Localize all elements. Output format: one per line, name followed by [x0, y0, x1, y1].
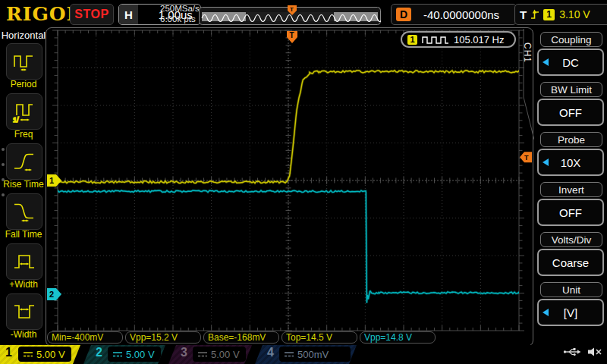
- horizontal-badge: H: [119, 5, 138, 24]
- channel-3-status[interactable]: 35.00 V: [168, 345, 252, 364]
- right-menu-item-volts-div[interactable]: Coarse: [537, 249, 604, 276]
- delay-value: -40.0000000ns: [411, 8, 511, 21]
- svg-text:2: 2: [49, 290, 54, 299]
- page-indicator-dot: [2, 178, 5, 181]
- chevron-left-icon: [543, 309, 549, 316]
- acquisition-info: 250MSa/s 6.00k pts: [160, 3, 200, 24]
- channel-scale-box: 5.00 V: [193, 347, 246, 362]
- frequency-counter: 1 105.017 Hz: [401, 31, 516, 48]
- left-menu-title: Horizontal: [0, 30, 47, 41]
- channel-1-reference-marker[interactable]: 1: [47, 174, 61, 187]
- measurement-readout: Min=-400mV: [47, 331, 123, 344]
- right-menu-item-probe[interactable]: 10X: [537, 149, 604, 176]
- run-state-indicator[interactable]: STOP: [70, 4, 114, 25]
- minus-width-icon: [12, 300, 36, 324]
- dc-coupling-icon: [284, 350, 294, 358]
- right-menu-item-label: Unit: [540, 282, 602, 297]
- channel-2-reference-marker[interactable]: 2: [47, 288, 61, 300]
- chevron-left-icon: [543, 58, 549, 66]
- trace-ch1: [58, 71, 519, 183]
- right-menu-item-invert[interactable]: OFF: [537, 199, 604, 226]
- measurement-readout: Vpp=14.8 V: [360, 331, 436, 344]
- right-menu-item-label: Invert: [540, 182, 602, 197]
- trigger-label: T: [520, 8, 527, 21]
- plus-width-icon: [12, 249, 36, 274]
- dc-coupling-icon: [23, 350, 33, 358]
- delay-badge: D: [396, 8, 411, 21]
- right-menu-item-label: Probe: [540, 132, 602, 147]
- measurement-readout: Top=14.5 V: [281, 331, 357, 344]
- left-menu-button-fall-time[interactable]: [6, 193, 42, 230]
- rise-time-icon: [12, 149, 36, 174]
- channel-scale-box: 500mV: [279, 347, 351, 362]
- right-menu-item-label: Coupling: [540, 32, 602, 47]
- menu-tab-outline: [521, 27, 536, 179]
- page-indicator-dot: [2, 148, 5, 151]
- left-menu-button-label: Fall Time: [0, 229, 47, 240]
- right-menu-item-coupling[interactable]: DC: [537, 49, 604, 76]
- trigger-status-group[interactable]: T 1 3.10 V: [514, 4, 607, 25]
- usb-icon: [563, 347, 581, 357]
- memory-depth: 6.00k pts: [160, 14, 200, 24]
- channel-number: 4: [267, 346, 274, 359]
- channel-number: 2: [96, 346, 102, 359]
- freq-counter-value: 105.017 Hz: [454, 34, 505, 46]
- right-menu-item-label: BW Limit: [540, 82, 602, 97]
- period-icon: [12, 49, 36, 74]
- channel-number: 3: [181, 346, 187, 359]
- system-status-icons: [563, 347, 602, 357]
- measurement-readout: Base=-168mV: [203, 331, 279, 344]
- channel-scale-box: 5.00 V: [108, 347, 161, 362]
- svg-text:T: T: [290, 6, 294, 13]
- left-menu-button--width[interactable]: [6, 293, 42, 330]
- channel-4-status[interactable]: 4500mV: [255, 345, 357, 364]
- left-menu-button-rise-time[interactable]: [6, 143, 42, 180]
- left-menu-button-label: +Width: [0, 279, 47, 290]
- left-menu-button-label: Freq: [0, 129, 47, 140]
- channel-scale-value: 5.00 V: [211, 349, 240, 360]
- channel-scale-box: 5.00 V: [18, 347, 71, 362]
- freq-counter-channel-badge: 1: [407, 35, 417, 45]
- waveform-display: 12TT: [46, 27, 533, 334]
- fall-time-icon: [12, 199, 36, 224]
- svg-text:1: 1: [49, 176, 54, 185]
- dc-coupling-icon: [197, 350, 208, 358]
- square-wave-icon: [421, 33, 450, 46]
- page-indicator-dot: [2, 193, 5, 196]
- left-menu-button-label: -Width: [0, 329, 47, 340]
- freq-icon: 1/: [12, 99, 36, 124]
- channel-1-status[interactable]: 15.00 V: [0, 345, 80, 364]
- channel-scale-value: 5.00 V: [126, 349, 155, 360]
- sample-rate: 250MSa/s: [160, 3, 200, 14]
- channel-scale-value: 500mV: [297, 349, 329, 360]
- left-menu-button-freq[interactable]: 1/: [6, 93, 42, 130]
- speaker-muted-icon: [587, 347, 602, 357]
- trigger-delay-group[interactable]: D -40.0000000ns: [391, 4, 517, 25]
- channel-2-status[interactable]: 25.00 V: [83, 345, 165, 364]
- left-menu-button-label: Rise Time: [0, 179, 47, 190]
- left-menu-button-label: Period: [0, 79, 47, 89]
- trigger-source-badge: 1: [543, 9, 555, 20]
- channel-scale-value: 5.00 V: [36, 349, 65, 360]
- svg-text:T: T: [290, 31, 294, 39]
- trigger-level-value: 3.10 V: [559, 8, 590, 20]
- chevron-left-icon: [543, 158, 549, 166]
- left-menu-button-period[interactable]: [6, 43, 42, 80]
- measurement-readout: Vpp=15.2 V: [125, 331, 201, 344]
- rising-edge-icon: [530, 8, 540, 20]
- left-menu-button--width[interactable]: [6, 243, 42, 280]
- right-menu-item-unit[interactable]: [V]: [537, 299, 604, 326]
- trigger-position-marker[interactable]: T: [287, 31, 297, 43]
- trace-ch1: [58, 71, 519, 183]
- timebase-overview-strip[interactable]: T: [199, 5, 381, 25]
- svg-text:1/: 1/: [13, 116, 19, 124]
- channel-status-bar: 15.00 V25.00 V35.00 V4500mV: [0, 345, 607, 364]
- right-menu-item-bw-limit[interactable]: OFF: [537, 99, 604, 126]
- dc-coupling-icon: [112, 350, 123, 358]
- page-indicator-dot: [2, 163, 5, 166]
- channel-number: 1: [5, 346, 12, 359]
- right-menu-item-label: Volts/Div: [540, 232, 602, 247]
